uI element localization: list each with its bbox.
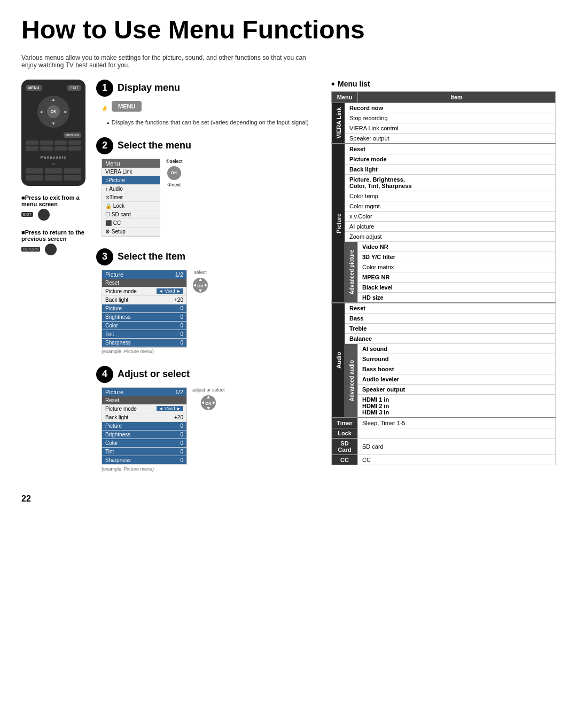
item-xv-color: x.v.Color [345,211,556,221]
press-to-return-header: ■Press to return to the previous screen [21,229,91,242]
step-3-backlight-row[interactable]: Back light +20 [102,296,186,304]
step-4-block: 4 Adjust or select Picture 1/2 Re [96,366,321,472]
step-4-backlight-label: Back light [105,414,128,420]
menu-item-setup[interactable]: ⚙ Setup [102,228,160,236]
step-3-color-row[interactable]: Color 0 [102,322,186,330]
step-4-menu-header: Picture 1/2 [102,388,186,396]
exit-circle-btn[interactable] [38,209,50,221]
table-row: x.v.Color [332,211,556,221]
item-sd-card: SD card [358,438,556,455]
remote-btn-m1[interactable] [26,168,43,174]
step-4-color-row[interactable]: Color 0 [102,439,186,448]
remote-btn-m4[interactable] [26,175,43,181]
menu-item-audio[interactable]: ♪ Audio [102,185,160,193]
step-4-menu-page: 1/2 [175,389,183,395]
menu-item-viera[interactable]: VIERA Link [102,168,160,176]
step-4-nav-circle[interactable]: OK [200,395,216,411]
menu-item-cc[interactable]: ⬛ CC [102,219,160,228]
step-1-hand-hint: ✋ [102,106,107,111]
step-3-picture-row[interactable]: Picture 0 [102,304,186,313]
remote-return-button[interactable]: RETURN [64,132,81,138]
step-4-picture-label: Picture [105,423,122,429]
menu-item-sdcard[interactable]: ☐ SD card [102,210,160,219]
step-3-menu-page: 1/2 [175,271,183,278]
remote-btn-m3[interactable] [64,168,81,174]
svg-text:OK: OK [205,401,212,406]
remote-ok-button[interactable]: OK [47,105,60,118]
step-3-brightness-row[interactable]: Brightness 0 [102,313,186,322]
item-mpeg-nr: MPEG NR [358,272,556,282]
step-3-tint-label: Tint [105,331,114,337]
step-3-tint-row[interactable]: Tint 0 [102,330,186,339]
svg-text:OK: OK [197,284,204,288]
item-zoom-adjust: Zoom adjust [345,231,556,241]
item-reset-picture: Reset [345,144,556,154]
remote-btn-6[interactable] [40,146,53,151]
item-black-level: Black level [358,282,556,292]
cat-timer: Timer [332,418,358,428]
step-3-example: (example: Picture menu) [102,349,321,354]
remote-btn-7[interactable] [54,146,67,151]
step-4-backlight-row[interactable]: Back light +20 [102,413,186,422]
sub-cat-advanced-audio: Advanced audio [345,343,358,418]
remote-btn-2[interactable] [40,140,53,145]
cat-cc: CC [332,455,358,465]
menu-item-lock[interactable]: 🔒 Lock [102,202,160,210]
step-3-reset-label: Reset [105,280,119,286]
table-row: Timer Sleep, Timer 1-5 [332,418,556,428]
step-4-color-value: 0 [180,440,183,446]
step-4-sharpness-row[interactable]: Sharpness 0 [102,456,186,465]
table-row: Speaker output [332,133,556,144]
remote-menu-button[interactable]: MENU [26,85,42,91]
remote-col: MENU EXIT ▲ ▼ ◄ ► OK RETURN [21,80,91,483]
step-3-color-value: 0 [180,323,183,328]
menu-item-picture[interactable]: ○Picture [102,176,160,185]
step-3-nav-circle[interactable]: OK [192,277,208,293]
step-2-ok-circle[interactable]: OK [167,166,181,180]
step-4-mode-row[interactable]: Picture mode ◄ Vivid ► [102,405,186,413]
step-3-layout: Picture 1/2 Reset Picture mode ◄ Vivid ► [102,270,321,348]
remote-btn-3[interactable] [54,140,67,145]
step-2-block: 2 Select the menu Menu VIERA Link ○Pictu… [96,137,321,237]
item-speaker-output-audio: Speaker output [358,384,556,394]
return-label: RETURN [21,247,40,252]
menu-button-display[interactable]: MENU [112,101,142,112]
step-4-picture-row[interactable]: Picture 0 [102,422,186,430]
step-4-tint-row[interactable]: Tint 0 [102,448,186,456]
remote-nav-circle[interactable]: ▲ ▼ ◄ ► OK [37,96,69,128]
menu-list-section: Menu list Menu Item VIERA Link Record no… [331,80,556,465]
step-3-color-label: Color [105,323,118,328]
menu-item-timer[interactable]: ⊙Timer [102,193,160,202]
remote-exit-button[interactable]: EXIT [67,85,81,91]
right-col: Menu list Menu Item VIERA Link Record no… [331,80,556,504]
remote-left-arrow[interactable]: ◄ [39,109,43,114]
item-record-now: Record now [345,103,556,113]
step-3-reset-row[interactable]: Reset [102,279,186,287]
item-back-light: Back light [345,164,556,174]
remote-return-row: RETURN [26,132,81,138]
step-4-mode-label: Picture mode [105,406,137,412]
remote-down-arrow[interactable]: ▼ [51,121,56,126]
step-2-menu-header: Menu [102,159,160,168]
return-circle-btn[interactable] [45,244,57,255]
remote-up-arrow[interactable]: ▲ [51,97,56,102]
remote-btn-1[interactable] [26,140,38,145]
step-2-next-hint: ②next [167,182,181,187]
remote-btn-m2[interactable] [45,168,63,174]
item-reset-audio: Reset [345,303,556,314]
step-3-mode-label: Picture mode [105,288,137,294]
remote-btn-4[interactable] [68,140,81,145]
step-3-mode-row[interactable]: Picture mode ◄ Vivid ► [102,287,186,296]
step-4-reset-row[interactable]: Reset [102,396,186,405]
remote-btn-m6[interactable] [64,175,81,181]
step-4-brightness-row[interactable]: Brightness 0 [102,430,186,439]
step-4-brightness-label: Brightness [105,432,130,437]
item-cc: CC [358,455,556,465]
step-3-sharpness-row[interactable]: Sharpness 0 [102,339,186,347]
remote-btn-m5[interactable] [45,175,63,181]
remote-btn-8[interactable] [68,146,81,151]
remote-right-arrow[interactable]: ► [64,109,68,114]
table-row: Picture Reset [332,144,556,154]
remote-btn-5[interactable] [26,146,38,151]
step-1-block: 1 Display menu ✋ MENU Displays the funct… [96,80,321,126]
